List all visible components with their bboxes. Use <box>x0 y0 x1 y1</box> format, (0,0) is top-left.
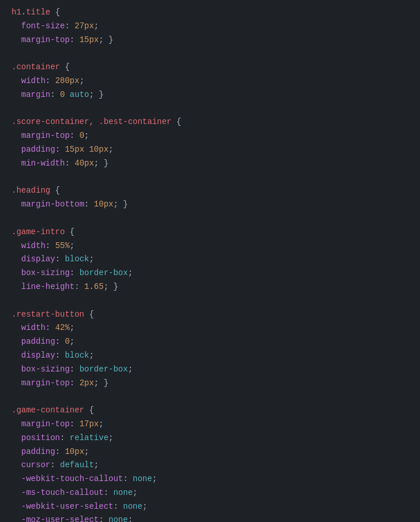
token-property: margin-top <box>21 377 70 390</box>
code-line: width: 42%; <box>0 321 420 335</box>
token-value-kw: relative <box>70 431 108 445</box>
token-property: padding <box>21 445 55 459</box>
token-value: 280px <box>55 74 80 88</box>
token-value: 1.65 <box>84 280 104 294</box>
token-value: 15px 10px <box>65 143 108 157</box>
code-line: position: relative; <box>0 431 420 445</box>
token-property: -moz-user-select <box>21 513 99 522</box>
code-line: margin-bottom: 10px; } <box>0 198 420 212</box>
code-line: padding: 10px; <box>0 445 420 459</box>
token-value-kw: border-box <box>80 266 128 280</box>
token-property: margin-top <box>21 418 70 431</box>
token-selector: .container <box>12 61 60 74</box>
code-line: padding: 15px 10px; <box>0 143 420 157</box>
token-value-kw: none <box>123 500 142 514</box>
token-property: margin <box>21 88 50 102</box>
code-line <box>0 102 420 116</box>
code-line <box>0 212 420 226</box>
token-value: 0 <box>65 335 69 349</box>
token-value: 0 <box>60 88 65 102</box>
token-value: 27px <box>74 20 94 33</box>
code-line: .game-container { <box>0 404 420 418</box>
code-line: h1.title { <box>0 6 420 20</box>
token-property: box-sizing <box>21 266 70 280</box>
token-property: margin-top <box>21 129 70 143</box>
code-line: -webkit-touch-callout: none; <box>0 472 420 486</box>
token-selector: h1 <box>12 6 21 20</box>
code-editor: h1.title { font-size: 27px; margin-top: … <box>0 0 420 522</box>
code-line: .container { <box>0 61 420 74</box>
token-class: title <box>26 6 50 20</box>
token-value: 10px <box>65 445 84 459</box>
token-selector: .restart-button <box>12 308 84 322</box>
code-line: width: 55%; <box>0 239 420 253</box>
code-line: font-size: 27px; <box>0 20 420 33</box>
token-value: 55% <box>55 239 70 253</box>
token-value: 15px <box>80 33 99 47</box>
token-value-kw: none <box>113 486 133 500</box>
code-line: margin-top: 2px; } <box>0 377 420 390</box>
token-property: min-width <box>21 157 65 171</box>
token-selector: .game-intro <box>12 226 65 239</box>
code-line <box>0 47 420 61</box>
token-property: line-height <box>21 280 74 294</box>
code-line: box-sizing: border-box; <box>0 363 420 377</box>
token-value-kw: default <box>60 459 94 472</box>
code-line: display: block; <box>0 253 420 266</box>
token-value: 10px <box>94 198 114 212</box>
token-property: -webkit-user-select <box>21 500 114 514</box>
code-line: box-sizing: border-box; <box>0 266 420 280</box>
token-value: 2px <box>80 377 94 390</box>
token-value-kw: block <box>65 349 89 363</box>
token-property: padding <box>21 143 55 157</box>
token-value: 42% <box>55 321 70 335</box>
code-line: padding: 0; <box>0 335 420 349</box>
code-line: min-width: 40px; } <box>0 157 420 171</box>
code-line: margin-top: 0; <box>0 129 420 143</box>
code-line: cursor: default; <box>0 459 420 472</box>
token-property: position <box>21 431 60 445</box>
token-property: padding <box>21 335 55 349</box>
code-line: .game-intro { <box>0 226 420 239</box>
code-line: .restart-button { <box>0 308 420 322</box>
token-value-kw: block <box>65 253 89 266</box>
code-line: margin-top: 15px; } <box>0 33 420 47</box>
code-line: -moz-user-select: none; <box>0 513 420 522</box>
code-line: .heading { <box>0 184 420 198</box>
code-line: -webkit-user-select: none; <box>0 500 420 514</box>
code-line: line-height: 1.65; } <box>0 280 420 294</box>
token-property: display <box>21 349 55 363</box>
token-property: width <box>21 321 46 335</box>
token-property: -ms-touch-callout <box>21 486 104 500</box>
code-line: -ms-touch-callout: none; <box>0 486 420 500</box>
code-line: .score-container, .best-container { <box>0 115 420 129</box>
token-property: -webkit-touch-callout <box>21 472 123 486</box>
token-value: 40px <box>74 157 94 171</box>
token-selector: .heading <box>12 184 50 198</box>
code-line <box>0 171 420 185</box>
token-value-kw: auto <box>70 88 89 102</box>
token-value-kw: none <box>108 513 128 522</box>
token-property: margin-top <box>21 33 70 47</box>
code-line: width: 280px; <box>0 74 420 88</box>
token-value-kw: none <box>133 472 152 486</box>
token-value-kw: border-box <box>80 363 128 377</box>
token-selector: .game-container <box>12 404 84 418</box>
token-property: font-size <box>21 20 65 33</box>
token-property: box-sizing <box>21 363 70 377</box>
token-selector: .score-container, .best-container <box>12 115 171 129</box>
token-property: width <box>21 74 46 88</box>
code-line: margin: 0 auto; } <box>0 88 420 102</box>
token-value: 0 <box>80 129 84 143</box>
code-line: display: block; <box>0 349 420 363</box>
token-property: display <box>21 253 55 266</box>
code-line <box>0 294 420 308</box>
token-property: margin-bottom <box>21 198 84 212</box>
token-property: width <box>21 239 46 253</box>
token-property: cursor <box>21 459 50 472</box>
code-line <box>0 390 420 404</box>
code-line: margin-top: 17px; <box>0 418 420 431</box>
token-value: 17px <box>80 418 99 431</box>
